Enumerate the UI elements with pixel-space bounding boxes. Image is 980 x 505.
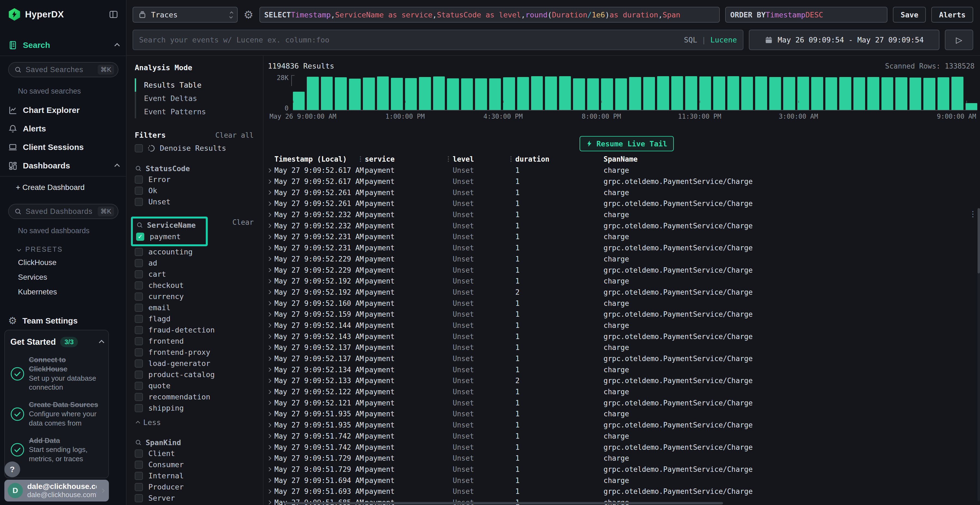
histogram-bar[interactable] xyxy=(475,78,487,110)
order-by-input[interactable]: ORDER BY Timestamp DESC xyxy=(725,7,888,22)
table-row[interactable]: May 27 9:09:52.229 AMpaymentUnset1grpc.o… xyxy=(264,264,980,276)
table-row[interactable]: May 27 9:09:52.144 AMpaymentUnset1charge xyxy=(264,320,980,331)
chevron-right-icon[interactable] xyxy=(267,235,271,239)
table-row[interactable]: May 27 9:09:52.261 AMpaymentUnset1charge xyxy=(264,187,980,198)
row-expand-cell[interactable] xyxy=(264,468,274,471)
table-row[interactable]: May 27 9:09:52.137 AMpaymentUnset1grpc.o… xyxy=(264,353,980,364)
row-expand-cell[interactable] xyxy=(264,257,274,260)
row-expand-cell[interactable] xyxy=(264,280,274,283)
sidebar-item-alerts[interactable]: Alerts xyxy=(8,121,118,136)
show-less-toggle[interactable]: Less xyxy=(135,417,254,428)
row-expand-cell[interactable] xyxy=(264,324,274,327)
table-row[interactable]: May 27 9:09:52.121 AMpaymentUnset1grpc.o… xyxy=(264,397,980,408)
filter-checkbox-email[interactable]: email xyxy=(135,302,254,313)
checkbox[interactable] xyxy=(135,382,143,390)
chevron-right-icon[interactable] xyxy=(267,290,271,294)
filter-checkbox-frontend[interactable]: frontend xyxy=(135,335,254,347)
chevron-right-icon[interactable] xyxy=(267,257,271,261)
analysis-mode-results-table[interactable]: Results Table xyxy=(135,78,254,92)
help-button[interactable]: ? xyxy=(4,462,20,477)
checkbox[interactable] xyxy=(135,259,143,267)
sql-toggle[interactable]: SQL xyxy=(684,36,697,44)
histogram-bar[interactable] xyxy=(391,78,402,110)
chevron-right-icon[interactable] xyxy=(267,334,271,339)
vertical-scrollbar[interactable] xyxy=(978,208,980,501)
table-header-spanname[interactable]: ⋮SpanName xyxy=(603,155,980,163)
histogram-bar[interactable] xyxy=(951,77,963,110)
histogram-bar[interactable] xyxy=(895,77,907,110)
row-expand-cell[interactable] xyxy=(264,379,274,382)
histogram-bar[interactable] xyxy=(881,77,893,110)
histogram-bar[interactable] xyxy=(966,103,977,110)
save-button[interactable]: Save xyxy=(893,7,926,22)
histogram-bar[interactable] xyxy=(783,77,795,110)
histogram-bar[interactable] xyxy=(797,77,809,110)
filter-checkbox-checkout[interactable]: checkout xyxy=(135,280,254,291)
table-row[interactable]: May 27 9:09:51.729 AMpaymentUnset1grpc.o… xyxy=(264,464,980,475)
histogram-bar[interactable] xyxy=(377,76,389,110)
row-expand-cell[interactable] xyxy=(264,202,274,205)
checkbox[interactable] xyxy=(135,326,143,334)
histogram-bar[interactable] xyxy=(405,78,417,110)
row-expand-cell[interactable] xyxy=(264,302,274,305)
histogram-bar[interactable] xyxy=(629,77,641,110)
row-expand-cell[interactable] xyxy=(264,335,274,338)
sidebar-item-search[interactable]: Search xyxy=(8,38,118,53)
checkbox[interactable] xyxy=(135,483,143,491)
saved-searches-input[interactable]: Saved Searches ⌘K xyxy=(8,62,118,77)
table-header-level[interactable]: ⋮level xyxy=(453,155,515,163)
table-menu-icon[interactable]: ⋮ xyxy=(969,210,977,218)
histogram-bar[interactable] xyxy=(741,77,753,110)
histogram-bar[interactable] xyxy=(363,78,375,110)
checkbox[interactable] xyxy=(135,494,143,502)
histogram-bar[interactable] xyxy=(615,78,627,110)
chevron-right-icon[interactable] xyxy=(267,213,271,217)
filter-checkbox-client[interactable]: Client xyxy=(135,448,254,459)
chevron-right-icon[interactable] xyxy=(267,379,271,383)
row-expand-cell[interactable] xyxy=(264,368,274,371)
filter-checkbox-currency[interactable]: currency xyxy=(135,291,254,302)
table-row[interactable]: May 27 9:09:51.935 AMpaymentUnset1charge xyxy=(264,408,980,419)
source-settings-gear-icon[interactable]: ⚙ xyxy=(243,9,253,20)
filter-checkbox-product-catalog[interactable]: product-catalog xyxy=(135,369,254,380)
chevron-right-icon[interactable] xyxy=(267,445,271,449)
histogram-bar[interactable] xyxy=(867,77,879,110)
filter-checkbox-error[interactable]: Error xyxy=(135,174,254,185)
checkbox[interactable] xyxy=(135,198,143,206)
chevron-right-icon[interactable] xyxy=(267,489,271,494)
chevron-right-icon[interactable] xyxy=(267,368,271,372)
histogram-bar[interactable] xyxy=(573,78,585,110)
chevron-right-icon[interactable] xyxy=(267,268,271,272)
row-expand-cell[interactable] xyxy=(264,180,274,183)
chevron-right-icon[interactable] xyxy=(267,312,271,317)
histogram-bar[interactable] xyxy=(853,77,865,110)
filter-checkbox-shipping[interactable]: shipping xyxy=(135,402,254,414)
chevron-right-icon[interactable] xyxy=(267,168,271,173)
clear-filter-link[interactable]: Clear xyxy=(232,218,254,226)
sidebar-item-client-sessions[interactable]: Client Sessions xyxy=(8,140,118,155)
saved-dashboards-input[interactable]: Saved Dashboards ⌘K xyxy=(8,204,118,219)
table-row[interactable]: May 27 9:09:52.133 AMpaymentUnset2grpc.o… xyxy=(264,375,980,386)
user-account-chip[interactable]: D dale@clickhouse.com dale@clickhouse.co… xyxy=(4,480,109,502)
chevron-right-icon[interactable] xyxy=(267,401,271,405)
sidebar-preset-services[interactable]: Services xyxy=(18,272,118,283)
histogram-bar[interactable] xyxy=(335,77,347,110)
table-row[interactable]: May 27 9:09:52.261 AMpaymentUnset1grpc.o… xyxy=(264,198,980,209)
filter-checkbox-fraud-detection[interactable]: fraud-detection xyxy=(135,324,254,335)
column-resize-handle-icon[interactable]: ⋮ xyxy=(445,156,452,162)
histogram-bar[interactable] xyxy=(447,78,459,110)
table-row[interactable]: May 27 9:09:51.729 AMpaymentUnset1charge xyxy=(264,453,980,464)
presets-toggle[interactable]: PRESETS xyxy=(18,245,118,253)
date-range-picker[interactable]: May 26 09:09:54 - May 27 09:09:54 xyxy=(749,30,939,50)
chevron-right-icon[interactable] xyxy=(267,412,271,416)
table-header-duration[interactable]: ⋮duration xyxy=(515,155,603,163)
alerts-button[interactable]: Alerts xyxy=(931,7,973,22)
histogram-bar[interactable] xyxy=(503,77,515,110)
table-row[interactable]: May 27 9:09:52.160 AMpaymentUnset1charge xyxy=(264,298,980,309)
row-expand-cell[interactable] xyxy=(264,346,274,349)
analysis-mode-event-deltas[interactable]: Event Deltas xyxy=(135,92,254,105)
sidebar-preset-clickhouse[interactable]: ClickHouse xyxy=(18,257,118,268)
chevron-right-icon[interactable] xyxy=(267,434,271,438)
histogram-bar[interactable] xyxy=(713,76,725,110)
row-expand-cell[interactable] xyxy=(264,457,274,460)
